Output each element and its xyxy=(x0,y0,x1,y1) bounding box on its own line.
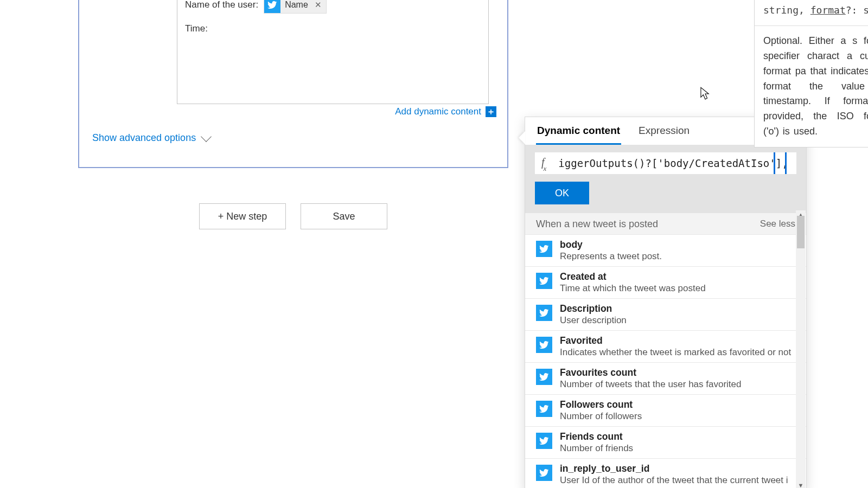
save-label: Save xyxy=(333,211,355,222)
plus-icon: ＋ xyxy=(486,106,496,117)
line2-text: Time: xyxy=(185,23,208,34)
add-dynamic-content-link[interactable]: Add dynamic content ＋ xyxy=(395,106,496,117)
new-step-label: + New step xyxy=(218,211,267,222)
expression-text: iggerOutputs()?['body/CreatedAtIso'], xyxy=(558,157,788,169)
list-scrollbar[interactable]: ▲ ▼ xyxy=(796,210,806,488)
item-desc: Represents a tweet post. xyxy=(560,251,662,262)
twitter-icon xyxy=(536,401,552,417)
item-desc: Number of followers xyxy=(560,411,642,422)
item-desc: Time at which the tweet was posted xyxy=(560,283,706,294)
twitter-icon xyxy=(536,337,552,353)
twitter-icon xyxy=(536,433,552,449)
chip-label: Name xyxy=(285,0,308,10)
item-desc: User description xyxy=(560,315,627,326)
twitter-icon xyxy=(536,465,552,481)
item-title: in_reply_to_user_id xyxy=(560,463,788,474)
body-line-1: Name of the user: Name ✕ xyxy=(185,0,481,14)
signature-line: string, format?: str xyxy=(763,3,868,18)
list-item[interactable]: Friends countNumber of friends xyxy=(525,426,806,458)
item-title: Friends count xyxy=(560,431,633,442)
list-item[interactable]: FavoritedIndicates whether the tweet is … xyxy=(525,330,806,362)
chevron-down-icon xyxy=(201,131,212,142)
mouse-cursor-icon xyxy=(700,87,710,101)
twitter-icon xyxy=(536,273,552,289)
fx-icon: fx xyxy=(541,156,547,171)
add-dynamic-content-label: Add dynamic content xyxy=(395,106,481,117)
list-item[interactable]: in_reply_to_user_idUser Id of the author… xyxy=(525,458,806,488)
list-item[interactable]: DescriptionUser description xyxy=(525,298,806,330)
section-title: When a new tweet is posted xyxy=(536,219,658,230)
action-card: Name of the user: Name ✕ Time: Add dynam… xyxy=(78,0,508,168)
ok-row: OK xyxy=(525,182,806,213)
item-title: Created at xyxy=(560,271,706,282)
twitter-icon xyxy=(536,241,552,257)
line1-label: Name of the user: xyxy=(185,0,258,10)
trigger-section-header: When a new tweet is posted See less xyxy=(525,213,806,234)
twitter-icon xyxy=(536,369,552,385)
twitter-icon xyxy=(264,0,280,13)
scroll-thumb[interactable] xyxy=(797,216,805,248)
item-title: Description xyxy=(560,303,627,314)
list-item[interactable]: Favourites countNumber of tweets that th… xyxy=(525,362,806,394)
save-button[interactable]: Save xyxy=(301,203,387,229)
function-help-tooltip: string, format?: str Optional. Either a … xyxy=(754,0,868,147)
list-item[interactable]: Followers countNumber of followers xyxy=(525,394,806,426)
chip-remove-icon[interactable]: ✕ xyxy=(312,0,322,10)
item-desc: Number of friends xyxy=(560,443,633,454)
body-textarea[interactable]: Name of the user: Name ✕ Time: xyxy=(177,0,489,104)
advanced-label: Show advanced options xyxy=(92,132,196,144)
item-desc: User Id of the author of the tweet that … xyxy=(560,475,788,486)
list-item[interactable]: bodyRepresents a tweet post. xyxy=(525,234,806,266)
tooltip-description: Optional. Either a s format specifier ch… xyxy=(763,34,868,139)
item-title: Followers count xyxy=(560,399,642,410)
dynamic-content-list[interactable]: bodyRepresents a tweet post.Created atTi… xyxy=(525,234,806,488)
panel-pointer-icon xyxy=(519,131,525,144)
token-chip-name[interactable]: Name ✕ xyxy=(264,0,327,14)
item-title: body xyxy=(560,239,662,251)
list-item[interactable]: Created atTime at which the tweet was po… xyxy=(525,266,806,298)
item-title: Favourites count xyxy=(560,367,742,378)
show-advanced-options-link[interactable]: Show advanced options xyxy=(92,132,210,144)
body-line-2: Time: xyxy=(185,23,481,34)
see-less-link[interactable]: See less xyxy=(760,219,795,230)
expression-input[interactable]: fx iggerOutputs()?['body/CreatedAtIso'], xyxy=(535,152,796,174)
tab-expression[interactable]: Expression xyxy=(637,121,691,145)
new-step-button[interactable]: + New step xyxy=(199,203,286,229)
tooltip-divider xyxy=(755,25,868,26)
scroll-down-icon[interactable]: ▼ xyxy=(796,481,806,488)
ok-button[interactable]: OK xyxy=(535,182,589,204)
twitter-icon xyxy=(536,305,552,321)
item-desc: Number of tweets that the user has favor… xyxy=(560,379,742,390)
item-title: Favorited xyxy=(560,335,791,346)
dynamic-content-panel: Dynamic content Expression fx iggerOutpu… xyxy=(525,117,807,488)
item-desc: Indicates whether the tweet is marked as… xyxy=(560,347,791,358)
expression-row: fx iggerOutputs()?['body/CreatedAtIso'], xyxy=(525,145,806,182)
tab-dynamic-content[interactable]: Dynamic content xyxy=(536,121,621,145)
